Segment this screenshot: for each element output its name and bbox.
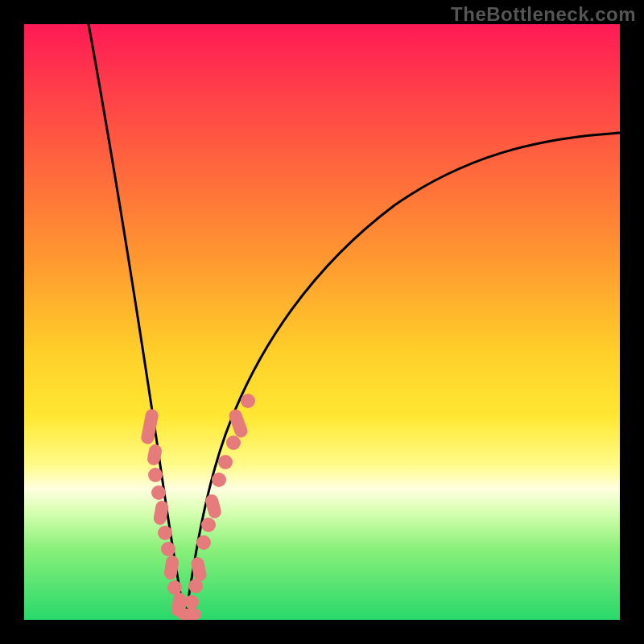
svg-point-15 (201, 518, 216, 532)
svg-rect-10 (177, 609, 201, 620)
svg-point-6 (161, 542, 175, 556)
left-marker-cluster (140, 408, 187, 617)
svg-point-14 (196, 535, 211, 550)
svg-rect-4 (153, 500, 170, 526)
valley-marker (177, 609, 201, 620)
right-marker-cluster (184, 394, 255, 609)
svg-point-11 (184, 595, 199, 609)
svg-rect-16 (204, 493, 222, 519)
plot-area (24, 24, 620, 620)
watermark-text: TheBottleneck.com (451, 3, 636, 26)
svg-point-17 (212, 473, 226, 487)
right-branch-curve (185, 133, 620, 620)
svg-point-18 (218, 455, 233, 469)
outer-frame: TheBottleneck.com (0, 0, 644, 644)
svg-point-3 (151, 485, 166, 500)
curve-layer (24, 24, 620, 620)
svg-point-5 (158, 526, 172, 540)
svg-point-19 (226, 436, 241, 450)
svg-point-2 (148, 468, 163, 482)
svg-point-21 (241, 394, 255, 408)
